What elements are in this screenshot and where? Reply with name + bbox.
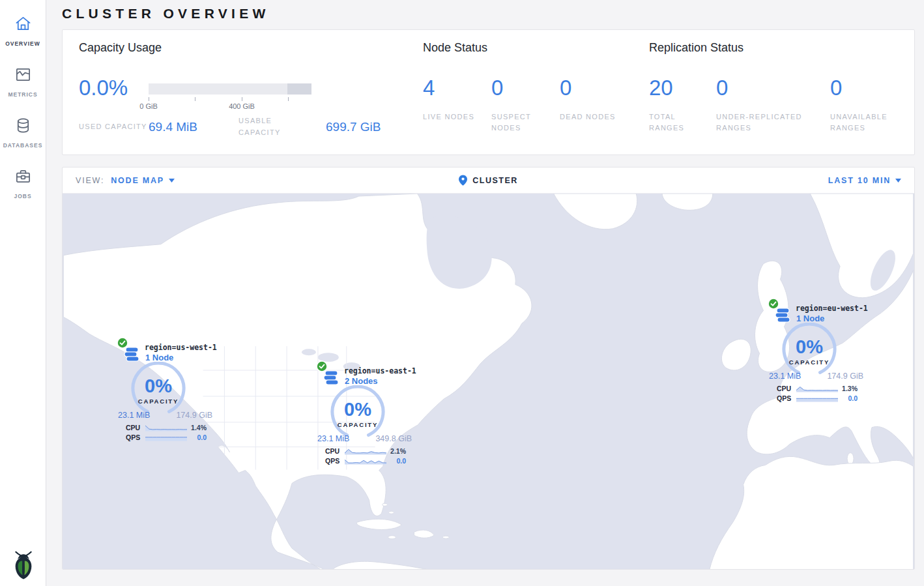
breadcrumb: CLUSTER bbox=[63, 175, 914, 186]
database-stack-icon bbox=[124, 346, 141, 363]
metrics-icon bbox=[0, 66, 46, 83]
capacity-usage-title: Capacity Usage bbox=[79, 41, 162, 55]
stat-label: UNAVAILABLE RANGES bbox=[830, 111, 889, 134]
cpu-sparkline bbox=[796, 385, 838, 392]
locality-used-value: 23.1 MiB bbox=[317, 434, 349, 443]
locality-capacity-values: 23.1 MiB 349.8 GiB bbox=[317, 434, 412, 443]
locality-region-label: region=eu-west-1 bbox=[796, 304, 868, 313]
sidebar-item-label: DATABASES bbox=[3, 142, 43, 149]
replication-status-section: Replication Status 20 TOTAL RANGES 0 UND… bbox=[649, 30, 910, 154]
caret-down-icon bbox=[169, 179, 175, 183]
sidebar-item-overview[interactable]: OVERVIEW bbox=[0, 7, 46, 57]
view-selector-dropdown[interactable]: NODE MAP bbox=[111, 176, 175, 185]
capacity-used-percent: 0.0% bbox=[79, 76, 128, 100]
sidebar-item-label: JOBS bbox=[14, 193, 31, 199]
stat-label: LIVE NODES bbox=[423, 111, 474, 123]
live-nodes-stat: 4 LIVE NODES bbox=[423, 76, 474, 123]
used-capacity-label: USED CAPACITY bbox=[79, 121, 149, 133]
world-map: region=us-west-1 1 Node 0% CAPACITY 23.1… bbox=[63, 194, 914, 570]
axis-tick-label: 0 GiB bbox=[126, 102, 171, 110]
qps-sparkline bbox=[796, 394, 838, 402]
qps-sparkline bbox=[145, 433, 187, 441]
summary-panel: Capacity Usage 0.0% 0 GiB 400 GiB USED C… bbox=[62, 29, 915, 155]
cpu-metric-row: CPU 1.3% bbox=[777, 385, 858, 392]
capacity-bar-chart: 0 GiB 400 GiB bbox=[149, 83, 311, 112]
stat-label: SUSPECT NODES bbox=[491, 111, 550, 134]
gauge-capacity-label: CAPACITY bbox=[325, 421, 390, 428]
axis-tick bbox=[195, 97, 195, 101]
total-ranges-stat: 20 TOTAL RANGES bbox=[649, 76, 708, 134]
locality-total-value: 174.9 GiB bbox=[176, 411, 212, 420]
locality-total-value: 349.8 GiB bbox=[375, 434, 412, 443]
cpu-metric-row: CPU 2.1% bbox=[325, 447, 406, 455]
dead-nodes-stat: 0 DEAD NODES bbox=[560, 76, 616, 123]
locality-total-value: 174.9 GiB bbox=[827, 372, 863, 381]
usable-capacity-value: 699.7 GiB bbox=[326, 120, 381, 134]
cpu-label: CPU bbox=[325, 447, 345, 455]
stat-label: DEAD NODES bbox=[560, 111, 616, 123]
cockroachdb-logo bbox=[0, 548, 46, 581]
databases-icon bbox=[0, 117, 46, 134]
under-replicated-ranges-stat: 0 UNDER-REPLICATED RANGES bbox=[716, 76, 820, 134]
view-label: VIEW: bbox=[76, 176, 104, 185]
stat-label: UNDER-REPLICATED RANGES bbox=[716, 111, 820, 134]
sidebar-item-label: METRICS bbox=[8, 91, 37, 98]
caret-down-icon bbox=[895, 179, 901, 183]
used-capacity-value: 69.4 MiB bbox=[149, 120, 238, 134]
cpu-value: 1.3% bbox=[842, 385, 858, 392]
axis-tick bbox=[288, 97, 289, 101]
qps-label: QPS bbox=[325, 457, 345, 465]
gauge-percent: 0% bbox=[325, 399, 390, 420]
gauge-capacity-label: CAPACITY bbox=[777, 359, 842, 366]
qps-metric-row: QPS 0.0 bbox=[325, 457, 406, 465]
locality-capacity-values: 23.1 MiB 174.9 GiB bbox=[769, 372, 863, 381]
replication-status-title: Replication Status bbox=[649, 41, 744, 55]
qps-value: 0.0 bbox=[848, 394, 858, 402]
sidebar-nav: OVERVIEW METRICS DATABASES bbox=[0, 0, 46, 210]
gauge-capacity-label: CAPACITY bbox=[126, 398, 191, 405]
cpu-sparkline bbox=[145, 424, 187, 432]
qps-value: 0.0 bbox=[197, 433, 207, 441]
time-range-selector[interactable]: LAST 10 MIN bbox=[828, 176, 901, 185]
capacity-usage-section: Capacity Usage 0.0% 0 GiB 400 GiB USED C… bbox=[79, 30, 418, 154]
locality-card-us-west-1[interactable]: region=us-west-1 1 Node 0% CAPACITY 23.1… bbox=[113, 335, 224, 446]
locality-node-count[interactable]: 2 Nodes bbox=[345, 376, 378, 386]
stat-value: 0 bbox=[830, 76, 889, 100]
stat-value: 20 bbox=[649, 76, 708, 100]
breadcrumb-cluster: CLUSTER bbox=[472, 176, 518, 185]
axis-tick bbox=[242, 97, 242, 101]
node-status-title: Node Status bbox=[423, 41, 487, 55]
usable-capacity-label: USABLE CAPACITY bbox=[238, 115, 310, 138]
qps-label: QPS bbox=[126, 433, 145, 441]
cpu-label: CPU bbox=[126, 424, 145, 432]
database-stack-icon bbox=[775, 307, 792, 324]
sidebar-item-metrics[interactable]: METRICS bbox=[0, 57, 46, 108]
home-icon bbox=[0, 15, 46, 33]
main-content: CLUSTER OVERVIEW Capacity Usage 0.0% 0 G… bbox=[46, 0, 924, 570]
node-map-panel: VIEW: NODE MAP CLUSTER LAST 10 MIN bbox=[62, 167, 915, 570]
sidebar-item-databases[interactable]: DATABASES bbox=[0, 108, 46, 159]
map-view-bar: VIEW: NODE MAP CLUSTER LAST 10 MIN bbox=[63, 168, 914, 194]
stat-label: TOTAL RANGES bbox=[649, 111, 708, 134]
cpu-sparkline bbox=[345, 447, 386, 455]
sidebar-item-label: OVERVIEW bbox=[5, 40, 40, 47]
cpu-value: 1.4% bbox=[191, 424, 207, 432]
locality-capacity-values: 23.1 MiB 174.9 GiB bbox=[118, 411, 212, 420]
database-stack-icon bbox=[323, 370, 340, 387]
axis-tick bbox=[149, 97, 149, 101]
locality-node-count[interactable]: 1 Node bbox=[145, 353, 173, 362]
qps-metric-row: QPS 0.0 bbox=[777, 394, 858, 402]
qps-metric-row: QPS 0.0 bbox=[126, 433, 207, 441]
jobs-icon bbox=[0, 168, 46, 185]
map-pin-icon bbox=[459, 175, 467, 186]
page-title: CLUSTER OVERVIEW bbox=[46, 0, 924, 29]
gauge-percent: 0% bbox=[126, 375, 191, 397]
qps-label: QPS bbox=[777, 394, 796, 402]
sidebar-item-jobs[interactable]: JOBS bbox=[0, 159, 46, 210]
locality-card-eu-west-1[interactable]: region=eu-west-1 1 Node 0% CAPACITY 23.1… bbox=[764, 296, 874, 407]
locality-region-label: region=us-east-1 bbox=[344, 366, 416, 375]
locality-node-count[interactable]: 1 Node bbox=[796, 314, 824, 323]
time-range-value: LAST 10 MIN bbox=[828, 176, 891, 185]
stat-value: 4 bbox=[423, 76, 474, 100]
locality-card-us-east-1[interactable]: region=us-east-1 2 Nodes 0% CAPACITY 23.… bbox=[312, 359, 423, 469]
